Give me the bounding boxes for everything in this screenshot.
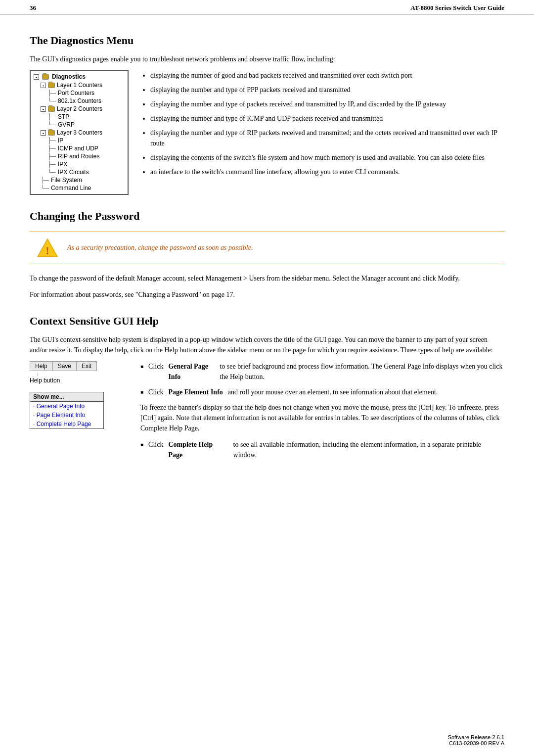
- page-number: 36: [30, 4, 36, 12]
- help-bar: Help Save Exit: [30, 361, 97, 371]
- context-help-intro: The GUI's context-sensitive help system …: [30, 334, 504, 355]
- tree-item-ipx[interactable]: ├─ IPX: [34, 160, 125, 168]
- root-minus-icon[interactable]: -: [34, 74, 39, 80]
- page-header: 36 AT-8800 Series Switch User Guide: [0, 0, 534, 14]
- exit-button[interactable]: Exit: [77, 362, 96, 371]
- ipx-label: IPX: [58, 161, 67, 168]
- diagnostics-two-col: - Diagnostics - Layer 1 Counters ├─ Port…: [30, 70, 504, 195]
- diagnostics-intro: The GUI's diagnostics pages enable you t…: [30, 54, 504, 64]
- help-button[interactable]: Help: [30, 362, 53, 371]
- tree-item-stp[interactable]: ├─ STP: [34, 113, 125, 121]
- bullet-item-7: an interface to the switch's command lin…: [150, 167, 504, 177]
- context-bullet-1: Click General Page Info to see brief bac…: [140, 361, 504, 382]
- general-page-bold: General Page Info: [168, 361, 215, 382]
- tree-item-layer1[interactable]: - Layer 1 Counters: [34, 81, 125, 89]
- ipxc-tree-branch: └─: [47, 169, 56, 176]
- gvrp-tree-branch: └─: [47, 121, 56, 128]
- page-element-bold: Page Element Info: [168, 387, 222, 397]
- ip-label: IP: [58, 137, 63, 144]
- tree-item-rip[interactable]: ├─ RIP and Routes: [34, 152, 125, 160]
- show-me-item-complete[interactable]: · Complete Help Page: [30, 420, 103, 428]
- svg-text:!: !: [45, 244, 49, 257]
- icmp-label: ICMP and UDP: [58, 145, 98, 152]
- context-bullet-3: Click Complete Help Page to see all avai…: [140, 439, 504, 460]
- context-help-bullet-list: Click General Page Info to see brief bac…: [140, 361, 504, 397]
- show-me-box[interactable]: Show me... · General Page Info · Page El…: [30, 392, 104, 429]
- icmp-tree-branch: ├─: [47, 145, 56, 152]
- rip-tree-branch: ├─: [47, 153, 56, 160]
- context-help-title: Context Sensitive GUI Help: [30, 315, 504, 328]
- fs-label: File System: [51, 177, 82, 184]
- port-tree-branch: ├─: [47, 90, 56, 96]
- tree-item-cmdline[interactable]: └─ Command Line: [34, 184, 125, 192]
- root-folder-icon: [42, 74, 49, 80]
- complete-help-bullet: Click Complete Help Page to see all avai…: [140, 439, 504, 460]
- 802-tree-branch: └─: [47, 97, 56, 104]
- bullet-item-6: displaying the contents of the switch's …: [150, 152, 504, 163]
- show-me-item-element[interactable]: · Page Element Info: [30, 411, 103, 420]
- layer3-minus-icon[interactable]: -: [41, 130, 46, 136]
- save-button[interactable]: Save: [53, 362, 77, 371]
- warning-box: ! As a security precaution, change the p…: [30, 232, 504, 264]
- cmd-label: Command Line: [51, 185, 91, 191]
- password-section: Changing the Password ! As a security pr…: [30, 210, 504, 300]
- bullet-item-1: displaying the number of good and bad pa…: [150, 70, 504, 81]
- help-bar-caption: Help button: [30, 377, 129, 384]
- tree-root-label: Diagnostics: [52, 73, 86, 80]
- tree-item-layer3[interactable]: - Layer 3 Counters: [34, 129, 125, 137]
- ipxc-label: IPX Circuits: [58, 169, 89, 176]
- diagnostics-right-col: displaying the number of good and bad pa…: [140, 70, 504, 195]
- password-title: Changing the Password: [30, 210, 504, 223]
- diagnostics-title: The Diagnostics Menu: [30, 34, 504, 47]
- main-content: The Diagnostics Menu The GUI's diagnosti…: [0, 14, 534, 490]
- stp-label: STP: [58, 113, 69, 120]
- layer1-folder-icon: [48, 83, 55, 88]
- help-bar-wrapper: Help Save Exit Help button: [30, 361, 129, 384]
- context-help-two-col: Help Save Exit Help button Show me... · …: [30, 361, 504, 465]
- rip-label: RIP and Routes: [58, 153, 100, 160]
- tree-item-icmp[interactable]: ├─ ICMP and UDP: [34, 144, 125, 152]
- tree-item-port-counters[interactable]: ├─ Port Counters: [34, 89, 125, 97]
- footer-line2: C613-02039-00 REV A: [448, 740, 504, 746]
- password-para2: For information about passwords, see "Ch…: [30, 289, 504, 300]
- tree-root[interactable]: - Diagnostics: [34, 73, 125, 80]
- tree-item-ipx-circuits[interactable]: └─ IPX Circuits: [34, 168, 125, 176]
- port-counters-label: Port Counters: [58, 90, 94, 96]
- help-widget-col: Help Save Exit Help button Show me... · …: [30, 361, 129, 465]
- tree-item-ip[interactable]: ├─ IP: [34, 137, 125, 144]
- bullet-item-2: displaying the number and type of PPP pa…: [150, 85, 504, 95]
- layer3-folder-icon: [48, 130, 55, 136]
- layer2-minus-icon[interactable]: -: [41, 106, 46, 112]
- layer2-label: Layer 2 Counters: [57, 105, 102, 112]
- context-help-section: Context Sensitive GUI Help The GUI's con…: [30, 315, 504, 465]
- context-help-right-col: Click General Page Info to see brief bac…: [140, 361, 504, 465]
- gvrp-label: GVRP: [58, 121, 75, 128]
- footer-line1: Software Release 2.6.1: [448, 734, 504, 740]
- diagnostics-tree[interactable]: - Diagnostics - Layer 1 Counters ├─ Port…: [30, 70, 129, 195]
- show-me-item-general[interactable]: · General Page Info: [30, 402, 103, 411]
- warning-icon: !: [37, 237, 58, 259]
- ip-tree-branch: ├─: [47, 137, 56, 144]
- 802-label: 802.1x Counters: [58, 97, 101, 104]
- layer1-minus-icon[interactable]: -: [41, 83, 46, 88]
- ipx-tree-branch: ├─: [47, 161, 56, 168]
- tree-item-filesystem[interactable]: ├─ File System: [34, 176, 125, 184]
- book-title: AT-8800 Series Switch User Guide: [410, 4, 504, 12]
- password-para1: To change the password of the default Ma…: [30, 273, 504, 284]
- context-bullet-2: Click Page Element Info and roll your mo…: [140, 387, 504, 397]
- bullet-item-5: displaying the number and type of RIP pa…: [150, 128, 504, 148]
- fs-tree-branch: ├─: [41, 177, 49, 184]
- tree-item-gvrp[interactable]: └─ GVRP: [34, 121, 125, 129]
- layer1-label: Layer 1 Counters: [57, 82, 102, 89]
- cmd-tree-branch: └─: [41, 185, 49, 191]
- tree-item-802[interactable]: └─ 802.1x Counters: [34, 97, 125, 105]
- complete-help-bold: Complete Help Page: [168, 439, 228, 460]
- diagnostics-left-col: - Diagnostics - Layer 1 Counters ├─ Port…: [30, 70, 129, 195]
- bullet-item-3: displaying the number and type of packet…: [150, 99, 504, 109]
- layer3-label: Layer 3 Counters: [57, 129, 102, 136]
- warning-text: As a security precaution, change the pas…: [67, 244, 253, 252]
- stp-tree-branch: ├─: [47, 113, 56, 120]
- layer2-folder-icon: [48, 106, 55, 112]
- show-me-title: Show me...: [30, 392, 103, 402]
- tree-item-layer2[interactable]: - Layer 2 Counters: [34, 105, 125, 113]
